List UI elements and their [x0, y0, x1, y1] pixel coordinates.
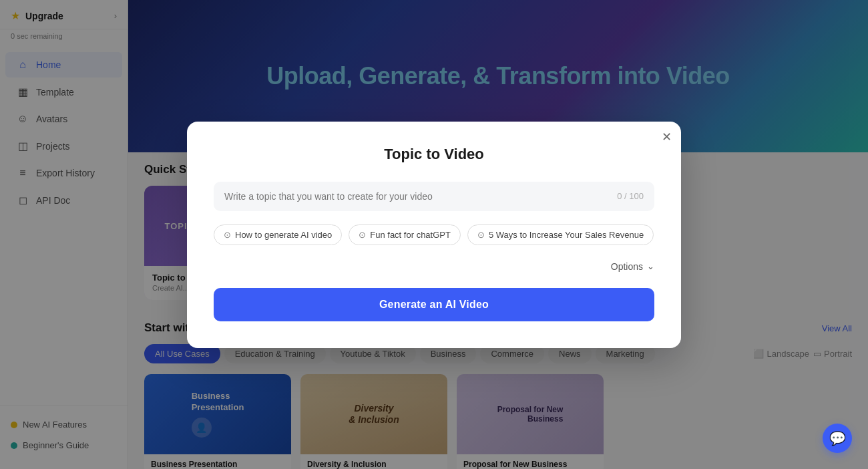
options-label: Options	[611, 261, 643, 272]
modal-input-wrapper: 0 / 100	[214, 182, 654, 211]
chat-bubble-button[interactable]: 💬	[823, 424, 852, 453]
chip-label-2: Fun fact for chatGPT	[370, 230, 451, 240]
chip-icon-2: ⊙	[359, 230, 366, 240]
chip-label-1: How to generate AI video	[235, 230, 332, 240]
suggestion-chips: ⊙ How to generate AI video ⊙ Fun fact fo…	[214, 224, 654, 245]
generate-ai-video-button[interactable]: Generate an AI Video	[214, 288, 654, 321]
char-count: 0 / 100	[617, 191, 644, 201]
chip-how-to-ai-video[interactable]: ⊙ How to generate AI video	[214, 224, 342, 245]
chip-icon-3: ⊙	[477, 230, 485, 240]
modal-title: Topic to Video	[214, 146, 654, 163]
chip-label-3: 5 Ways to Increase Your Sales Revenue	[489, 230, 644, 240]
options-row[interactable]: Options ⌄	[214, 261, 654, 272]
modal-close-button[interactable]: ✕	[662, 131, 672, 143]
modal-overlay[interactable]: ✕ Topic to Video 0 / 100 ⊙ How to genera…	[0, 0, 868, 469]
chip-fun-fact-chatgpt[interactable]: ⊙ Fun fact for chatGPT	[349, 224, 461, 245]
chat-icon: 💬	[829, 430, 846, 446]
chip-5-ways[interactable]: ⊙ 5 Ways to Increase Your Sales Revenue	[467, 224, 654, 245]
topic-to-video-modal: ✕ Topic to Video 0 / 100 ⊙ How to genera…	[187, 122, 681, 348]
options-chevron-icon: ⌄	[647, 261, 654, 271]
topic-input[interactable]	[224, 191, 617, 202]
chip-icon-1: ⊙	[224, 230, 231, 240]
